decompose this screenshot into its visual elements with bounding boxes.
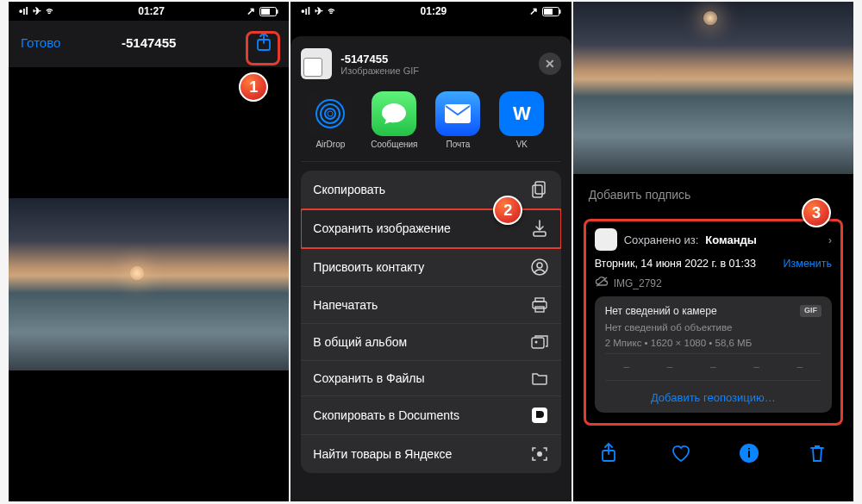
svg-point-23	[537, 451, 542, 457]
share-button[interactable]	[251, 29, 277, 55]
saved-from-row[interactable]: Сохранено из: Команды ›	[595, 228, 832, 251]
svg-rect-14	[534, 232, 546, 236]
exif-card: Нет сведений о камере GIF Нет сведений о…	[595, 296, 832, 413]
action-copy[interactable]: Скопировать	[301, 171, 560, 209]
action-print[interactable]: Напечатать	[301, 287, 560, 324]
trash-icon	[809, 443, 826, 464]
share-app-vk[interactable]: W VK	[496, 91, 547, 149]
add-location-button[interactable]: Добавить геопозицию…	[605, 386, 821, 404]
info-icon: i	[747, 446, 751, 460]
svg-rect-13	[533, 185, 542, 197]
share-app-airdrop[interactable]: AirDrop	[304, 91, 356, 149]
step-marker-3: 3	[802, 198, 831, 227]
svg-point-7	[325, 109, 335, 119]
copy-icon	[530, 181, 549, 198]
screen-photo-info: Добавить подпись Сохранено из: Команды ›…	[573, 2, 853, 501]
vk-icon: W	[499, 91, 544, 136]
top-nav: Готово -5147455	[9, 21, 289, 67]
action-save-to-files[interactable]: Сохранить в Файлы	[301, 361, 560, 396]
status-time: 01:29	[421, 5, 447, 17]
svg-rect-2	[277, 9, 278, 14]
screen-share-sheet: •ıl✈︎ᯤ 01:29 ↗ -5147455 Изображение GIF …	[290, 2, 571, 501]
messages-icon	[372, 91, 416, 136]
action-save-image[interactable]: Сохранить изображение	[301, 209, 560, 248]
image-preview[interactable]	[573, 2, 853, 174]
share-app-row: AirDrop Сообщения Почта W VK	[301, 91, 560, 162]
mail-icon	[435, 91, 480, 136]
toolbar-share-button[interactable]	[596, 443, 622, 464]
edit-date-button[interactable]: Изменить	[784, 258, 832, 270]
action-shared-album[interactable]: В общий альбом	[301, 324, 560, 361]
capture-date: Вторник, 14 июня 2022 г. в 01:33	[595, 258, 756, 270]
screen-preview: •ıl ✈︎ ᯤ 01:27 ↗ Готово -5147455	[9, 2, 289, 501]
source-app-icon	[595, 228, 617, 251]
action-assign-contact[interactable]: Присвоить контакту	[301, 248, 560, 287]
toolbar-like-button[interactable]	[668, 444, 694, 463]
status-bar: •ıl ✈︎ ᯤ 01:27 ↗	[9, 2, 289, 21]
action-yandex-search[interactable]: Найти товары в Яндексе	[301, 435, 560, 473]
signal-icon: •ıl	[19, 5, 28, 17]
toolbar-info-button[interactable]: i	[740, 444, 759, 463]
gif-badge: GIF	[800, 305, 821, 317]
svg-point-10	[328, 111, 333, 116]
share-app-mail[interactable]: Почта	[432, 91, 484, 149]
share-icon	[255, 32, 272, 53]
svg-rect-6	[559, 9, 561, 14]
download-icon	[530, 220, 549, 237]
share-app-messages[interactable]: Сообщения	[368, 91, 420, 149]
close-icon: ✕	[545, 57, 555, 71]
svg-point-21	[534, 341, 537, 344]
photo-viewport[interactable]	[9, 67, 289, 501]
status-bar: •ıl✈︎ᯤ 01:29 ↗	[290, 2, 571, 21]
svg-rect-1	[261, 9, 270, 15]
photo-toolbar: i	[573, 432, 853, 472]
done-button[interactable]: Готово	[21, 35, 60, 50]
filename: IMG_2792	[614, 277, 662, 289]
share-icon	[600, 443, 617, 464]
share-close-button[interactable]: ✕	[539, 53, 561, 75]
folder-icon	[530, 371, 549, 385]
svg-rect-20	[532, 338, 544, 348]
svg-point-16	[537, 263, 542, 268]
documents-app-icon	[530, 407, 549, 424]
shared-album-icon	[530, 334, 549, 350]
no-sync-icon	[595, 277, 609, 289]
contact-icon	[530, 258, 549, 276]
svg-rect-12	[535, 182, 545, 194]
svg-point-8	[321, 104, 340, 123]
info-panel: Сохранено из: Команды › Вторник, 14 июня…	[584, 219, 843, 426]
status-time: 01:27	[138, 5, 165, 17]
share-subtitle: Изображение GIF	[340, 65, 419, 76]
image-preview	[9, 198, 289, 370]
heart-icon	[671, 444, 691, 463]
print-icon	[530, 297, 549, 313]
airdrop-icon	[308, 91, 353, 136]
exif-values-row: –––––	[605, 353, 821, 381]
share-sheet: -5147455 Изображение GIF ✕	[290, 36, 571, 501]
chevron-right-icon: ›	[828, 233, 832, 246]
action-copy-to-documents[interactable]: Скопировать в Documents	[301, 396, 560, 435]
svg-rect-5	[544, 9, 553, 15]
svg-rect-19	[535, 307, 544, 312]
toolbar-delete-button[interactable]	[804, 443, 830, 464]
share-title: -5147455	[340, 53, 419, 65]
scan-icon	[530, 445, 549, 463]
share-thumbnail	[301, 48, 332, 79]
